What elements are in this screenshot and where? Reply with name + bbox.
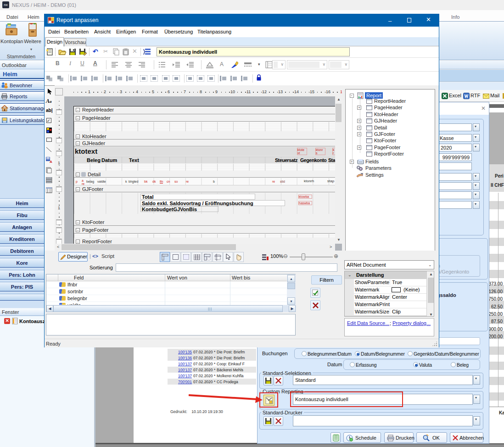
svg-text:A: A — [50, 160, 52, 163]
